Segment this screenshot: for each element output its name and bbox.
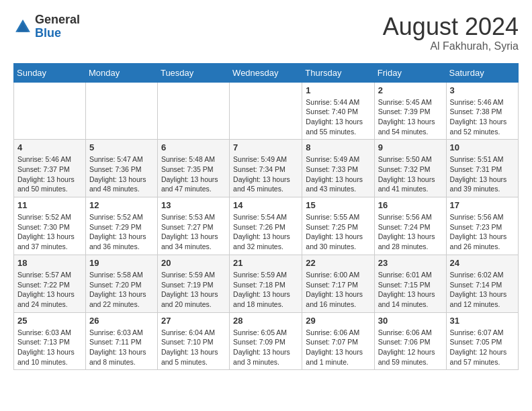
weekday-header-saturday: Saturday [446,63,518,82]
calendar-cell [14,82,86,140]
calendar-cell: 14Sunrise: 5:54 AM Sunset: 7:26 PM Dayli… [230,197,302,255]
day-info: Sunrise: 5:55 AM Sunset: 7:25 PM Dayligh… [306,212,370,252]
day-info: Sunrise: 5:53 AM Sunset: 7:27 PM Dayligh… [161,212,226,252]
day-number: 17 [450,200,515,210]
calendar-cell: 30Sunrise: 6:06 AM Sunset: 7:06 PM Dayli… [374,312,446,370]
calendar-cell: 19Sunrise: 5:58 AM Sunset: 7:20 PM Dayli… [85,255,157,312]
day-number: 16 [378,200,443,210]
day-info: Sunrise: 5:52 AM Sunset: 7:29 PM Dayligh… [89,212,154,252]
calendar-cell: 17Sunrise: 5:56 AM Sunset: 7:23 PM Dayli… [446,197,518,255]
day-number: 1 [306,85,370,95]
day-info: Sunrise: 6:01 AM Sunset: 7:15 PM Dayligh… [378,270,443,310]
calendar-cell: 13Sunrise: 5:53 AM Sunset: 7:27 PM Dayli… [157,197,229,255]
day-info: Sunrise: 6:03 AM Sunset: 7:11 PM Dayligh… [89,328,154,367]
calendar-cell: 9Sunrise: 5:50 AM Sunset: 7:32 PM Daylig… [374,140,446,197]
calendar-cell: 27Sunrise: 6:04 AM Sunset: 7:10 PM Dayli… [157,312,229,370]
day-number: 25 [17,316,82,326]
weekday-header-wednesday: Wednesday [230,63,302,82]
day-number: 20 [161,258,226,268]
calendar-cell: 6Sunrise: 5:48 AM Sunset: 7:35 PM Daylig… [157,140,229,197]
day-info: Sunrise: 6:06 AM Sunset: 7:07 PM Dayligh… [306,328,370,367]
calendar-cell: 15Sunrise: 5:55 AM Sunset: 7:25 PM Dayli… [302,197,374,255]
day-number: 14 [233,200,298,210]
day-info: Sunrise: 5:57 AM Sunset: 7:22 PM Dayligh… [17,270,82,310]
day-number: 3 [450,85,515,95]
calendar-cell: 4Sunrise: 5:46 AM Sunset: 7:37 PM Daylig… [14,140,86,197]
day-number: 12 [89,200,154,210]
day-number: 11 [17,200,82,210]
day-number: 26 [89,316,154,326]
day-info: Sunrise: 6:02 AM Sunset: 7:14 PM Dayligh… [450,270,515,310]
weekday-header-monday: Monday [85,63,157,82]
weekday-header-friday: Friday [374,63,446,82]
day-info: Sunrise: 6:00 AM Sunset: 7:17 PM Dayligh… [306,270,370,310]
day-info: Sunrise: 5:49 AM Sunset: 7:33 PM Dayligh… [306,154,370,194]
month-title: August 2024 [383,13,519,40]
day-info: Sunrise: 5:50 AM Sunset: 7:32 PM Dayligh… [378,154,443,194]
day-info: Sunrise: 5:59 AM Sunset: 7:19 PM Dayligh… [161,270,226,310]
day-number: 24 [450,258,515,268]
day-info: Sunrise: 5:46 AM Sunset: 7:37 PM Dayligh… [17,154,82,194]
calendar-cell: 10Sunrise: 5:51 AM Sunset: 7:31 PM Dayli… [446,140,518,197]
day-info: Sunrise: 6:07 AM Sunset: 7:05 PM Dayligh… [450,328,515,367]
calendar-week-row: 4Sunrise: 5:46 AM Sunset: 7:37 PM Daylig… [14,140,519,197]
day-number: 31 [450,316,515,326]
day-number: 8 [306,142,370,152]
title-block: August 2024 Al Fakhurah, Syria [383,13,519,52]
day-number: 30 [378,316,443,326]
calendar-cell: 24Sunrise: 6:02 AM Sunset: 7:14 PM Dayli… [446,255,518,312]
day-number: 2 [378,85,443,95]
calendar-week-row: 18Sunrise: 5:57 AM Sunset: 7:22 PM Dayli… [14,255,519,312]
calendar-cell: 28Sunrise: 6:05 AM Sunset: 7:09 PM Dayli… [230,312,302,370]
day-number: 7 [233,142,298,152]
calendar-cell: 3Sunrise: 5:46 AM Sunset: 7:38 PM Daylig… [446,82,518,140]
logo-icon [13,17,32,36]
day-info: Sunrise: 6:05 AM Sunset: 7:09 PM Dayligh… [233,328,298,367]
day-number: 15 [306,200,370,210]
day-number: 6 [161,142,226,152]
day-number: 13 [161,200,226,210]
calendar-cell: 23Sunrise: 6:01 AM Sunset: 7:15 PM Dayli… [374,255,446,312]
day-info: Sunrise: 5:51 AM Sunset: 7:31 PM Dayligh… [450,154,515,194]
logo-blue-text: Blue [35,27,80,40]
calendar-cell: 21Sunrise: 5:59 AM Sunset: 7:18 PM Dayli… [230,255,302,312]
day-number: 9 [378,142,443,152]
day-info: Sunrise: 5:58 AM Sunset: 7:20 PM Dayligh… [89,270,154,310]
day-number: 27 [161,316,226,326]
day-info: Sunrise: 5:45 AM Sunset: 7:39 PM Dayligh… [378,97,443,137]
calendar-cell: 26Sunrise: 6:03 AM Sunset: 7:11 PM Dayli… [85,312,157,370]
calendar-week-row: 25Sunrise: 6:03 AM Sunset: 7:13 PM Dayli… [14,312,519,370]
calendar-cell: 5Sunrise: 5:47 AM Sunset: 7:36 PM Daylig… [85,140,157,197]
day-number: 22 [306,258,370,268]
day-number: 29 [306,316,370,326]
day-info: Sunrise: 6:03 AM Sunset: 7:13 PM Dayligh… [17,328,82,367]
calendar-cell: 2Sunrise: 5:45 AM Sunset: 7:39 PM Daylig… [374,82,446,140]
calendar-cell: 31Sunrise: 6:07 AM Sunset: 7:05 PM Dayli… [446,312,518,370]
logo: General Blue [13,13,80,40]
day-info: Sunrise: 5:46 AM Sunset: 7:38 PM Dayligh… [450,97,515,137]
day-info: Sunrise: 5:47 AM Sunset: 7:36 PM Dayligh… [89,154,154,194]
calendar-cell: 16Sunrise: 5:56 AM Sunset: 7:24 PM Dayli… [374,197,446,255]
day-number: 4 [17,142,82,152]
weekday-header-tuesday: Tuesday [157,63,229,82]
day-number: 19 [89,258,154,268]
day-number: 5 [89,142,154,152]
weekday-header-sunday: Sunday [14,63,86,82]
weekday-header-row: SundayMondayTuesdayWednesdayThursdayFrid… [14,63,519,82]
calendar-table: SundayMondayTuesdayWednesdayThursdayFrid… [13,63,519,371]
calendar-cell [85,82,157,140]
day-number: 10 [450,142,515,152]
day-number: 28 [233,316,298,326]
day-info: Sunrise: 5:48 AM Sunset: 7:35 PM Dayligh… [161,154,226,194]
day-number: 18 [17,258,82,268]
calendar-cell: 20Sunrise: 5:59 AM Sunset: 7:19 PM Dayli… [157,255,229,312]
calendar-cell [157,82,229,140]
calendar-cell: 8Sunrise: 5:49 AM Sunset: 7:33 PM Daylig… [302,140,374,197]
location-title: Al Fakhurah, Syria [383,40,519,52]
calendar-cell: 25Sunrise: 6:03 AM Sunset: 7:13 PM Dayli… [14,312,86,370]
day-info: Sunrise: 5:44 AM Sunset: 7:40 PM Dayligh… [306,97,370,137]
calendar-cell: 1Sunrise: 5:44 AM Sunset: 7:40 PM Daylig… [302,82,374,140]
calendar-cell: 11Sunrise: 5:52 AM Sunset: 7:30 PM Dayli… [14,197,86,255]
day-number: 23 [378,258,443,268]
calendar-week-row: 1Sunrise: 5:44 AM Sunset: 7:40 PM Daylig… [14,82,519,140]
